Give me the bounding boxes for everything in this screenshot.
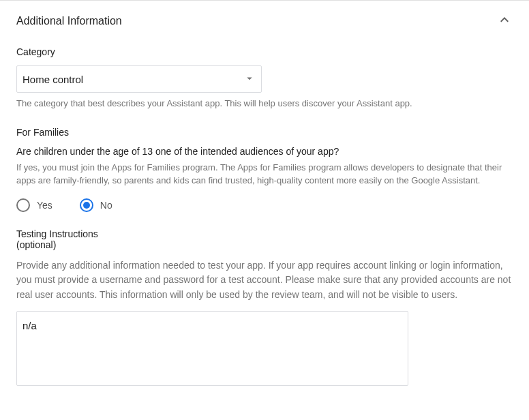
families-field: For Families Are children under the age … — [16, 127, 513, 212]
testing-instructions-input[interactable] — [16, 311, 408, 386]
testing-label-line1: Testing Instructions — [16, 228, 98, 239]
testing-field: Testing Instructions (optional) Provide … — [16, 228, 513, 388]
radio-option-no[interactable]: No — [80, 198, 112, 212]
radio-icon-selected — [80, 198, 93, 212]
testing-label: Testing Instructions (optional) — [16, 228, 513, 250]
panel-title: Additional Information — [16, 15, 122, 27]
category-selected-value: Home control — [22, 74, 243, 85]
testing-description: Provide any additional information neede… — [16, 258, 513, 303]
panel-body: Category Home control The category that … — [0, 46, 529, 404]
families-question: Are children under the age of 13 one of … — [16, 146, 513, 157]
families-radio-group: Yes No — [16, 198, 513, 212]
radio-icon-unselected — [16, 198, 30, 212]
chevron-up-icon — [496, 12, 513, 30]
category-select[interactable]: Home control — [16, 65, 262, 93]
category-helper-text: The category that best describes your As… — [16, 97, 513, 110]
category-label: Category — [16, 46, 513, 57]
testing-label-line2: (optional) — [16, 239, 513, 250]
radio-option-yes[interactable]: Yes — [16, 198, 52, 212]
additional-information-panel: Additional Information Category Home con… — [0, 0, 529, 404]
families-label: For Families — [16, 127, 513, 138]
dropdown-icon — [243, 72, 256, 87]
testing-textarea-wrapper — [16, 311, 513, 388]
panel-header[interactable]: Additional Information — [0, 1, 529, 41]
radio-label-no: No — [100, 200, 112, 211]
families-helper-text: If yes, you must join the Apps for Famil… — [16, 161, 513, 188]
radio-label-yes: Yes — [37, 200, 52, 211]
category-field: Category Home control The category that … — [16, 46, 513, 110]
